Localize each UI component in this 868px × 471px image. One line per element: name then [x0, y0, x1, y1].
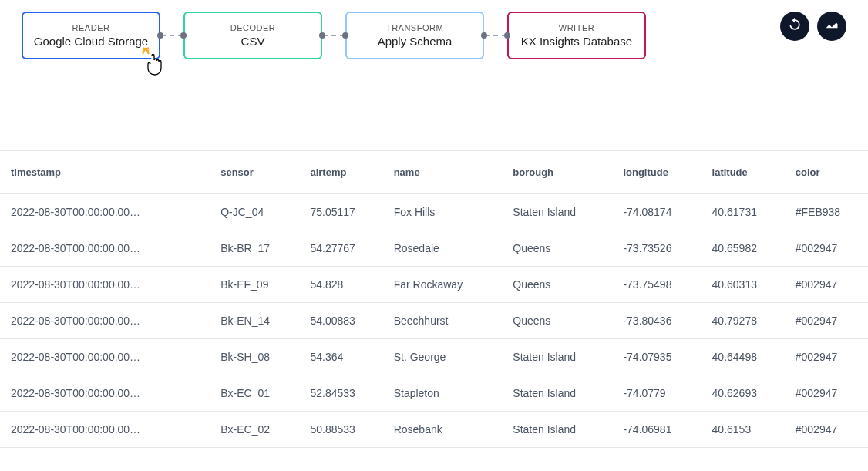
- data-table-container: timestampsensorairtempnameboroughlongitu…: [0, 150, 868, 448]
- cell-name: Rosebank: [383, 412, 503, 448]
- cell-timestamp: 2022-08-30T00:00:00.00…: [0, 230, 210, 267]
- cell-borough: Staten Island: [502, 412, 612, 448]
- cell-sensor: Q-JC_04: [210, 194, 299, 230]
- cell-name: St. George: [383, 339, 503, 375]
- col-borough[interactable]: borough: [502, 151, 612, 194]
- pipeline-node-writer[interactable]: WRITERKX Insights Database: [507, 12, 646, 59]
- node-title: Google Cloud Storage: [34, 35, 148, 48]
- table-row[interactable]: 2022-08-30T00:00:00.00…Bk-BR_1754.27767R…: [0, 230, 868, 267]
- cell-color: #FEB938: [785, 194, 868, 230]
- cell-longitude: -73.75498: [612, 267, 701, 303]
- node-type-label: READER: [72, 23, 110, 32]
- cell-latitude: 40.60313: [701, 267, 785, 303]
- cell-timestamp: 2022-08-30T00:00:00.00…: [0, 412, 210, 448]
- cell-sensor: Bx-EC_02: [210, 412, 299, 448]
- cursor-hand-icon: [141, 46, 167, 80]
- cell-longitude: -73.80436: [612, 303, 701, 339]
- cell-airtemp: 54.364: [299, 339, 382, 375]
- cell-borough: Staten Island: [502, 194, 612, 230]
- cell-name: Far Rockaway: [383, 267, 503, 303]
- col-longitude[interactable]: longitude: [612, 151, 701, 194]
- cell-borough: Queens: [502, 230, 612, 267]
- cell-name: Beechhurst: [383, 303, 503, 339]
- cell-borough: Staten Island: [502, 339, 612, 375]
- cell-color: #002947: [785, 375, 868, 412]
- cell-airtemp: 54.00883: [299, 303, 382, 339]
- cell-color: #002947: [785, 339, 868, 375]
- refresh-button[interactable]: [780, 12, 809, 41]
- table-row[interactable]: 2022-08-30T00:00:00.00…Bk-EN_1454.00883B…: [0, 303, 868, 339]
- node-type-label: DECODER: [230, 23, 276, 32]
- pipeline-node-transform[interactable]: TRANSFORMApply Schema: [345, 12, 484, 59]
- chart-button[interactable]: [817, 12, 846, 41]
- cell-latitude: 40.61731: [701, 194, 785, 230]
- col-color[interactable]: color: [785, 151, 868, 194]
- cell-timestamp: 2022-08-30T00:00:00.00…: [0, 339, 210, 375]
- cell-timestamp: 2022-08-30T00:00:00.00…: [0, 375, 210, 412]
- cell-longitude: -73.73526: [612, 230, 701, 267]
- cell-color: #002947: [785, 303, 868, 339]
- node-type-label: TRANSFORM: [386, 23, 443, 32]
- cell-longitude: -74.0779: [612, 375, 701, 412]
- col-airtemp[interactable]: airtemp: [299, 151, 382, 194]
- cell-color: #002947: [785, 412, 868, 448]
- cell-latitude: 40.6153: [701, 412, 785, 448]
- cell-name: Fox Hills: [383, 194, 503, 230]
- cell-timestamp: 2022-08-30T00:00:00.00…: [0, 267, 210, 303]
- table-row[interactable]: 2022-08-30T00:00:00.00…Bk-SH_0854.364St.…: [0, 339, 868, 375]
- cell-latitude: 40.64498: [701, 339, 785, 375]
- action-buttons: [780, 12, 846, 41]
- col-name[interactable]: name: [383, 151, 503, 194]
- cell-color: #002947: [785, 267, 868, 303]
- cell-longitude: -74.06981: [612, 412, 701, 448]
- trend-icon: [824, 17, 839, 35]
- cell-color: #002947: [785, 230, 868, 267]
- cell-airtemp: 52.84533: [299, 375, 382, 412]
- table-row[interactable]: 2022-08-30T00:00:00.00…Q-JC_0475.05117Fo…: [0, 194, 868, 230]
- cell-sensor: Bk-EN_14: [210, 303, 299, 339]
- col-sensor[interactable]: sensor: [210, 151, 299, 194]
- cell-longitude: -74.07935: [612, 339, 701, 375]
- table-row[interactable]: 2022-08-30T00:00:00.00…Bx-EC_0152.84533S…: [0, 375, 868, 412]
- cell-sensor: Bx-EC_01: [210, 375, 299, 412]
- pipeline-node-decoder[interactable]: DECODERCSV: [183, 12, 322, 59]
- pipeline-node-reader[interactable]: READERGoogle Cloud Storage: [22, 12, 160, 59]
- col-latitude[interactable]: latitude: [701, 151, 785, 194]
- node-type-label: WRITER: [559, 23, 594, 32]
- cell-timestamp: 2022-08-30T00:00:00.00…: [0, 303, 210, 339]
- pipeline-bar: READERGoogle Cloud StorageDECODERCSVTRAN…: [0, 0, 868, 89]
- cell-airtemp: 75.05117: [299, 194, 382, 230]
- cell-name: Stapleton: [383, 375, 503, 412]
- cell-airtemp: 54.828: [299, 267, 382, 303]
- col-timestamp[interactable]: timestamp: [0, 151, 210, 194]
- table-body: 2022-08-30T00:00:00.00…Q-JC_0475.05117Fo…: [0, 194, 868, 448]
- node-title: Apply Schema: [378, 35, 453, 48]
- table-row[interactable]: 2022-08-30T00:00:00.00…Bx-EC_0250.88533R…: [0, 412, 868, 448]
- cell-longitude: -74.08174: [612, 194, 701, 230]
- cell-borough: Queens: [502, 267, 612, 303]
- cell-latitude: 40.79278: [701, 303, 785, 339]
- refresh-icon: [787, 17, 802, 35]
- data-table: timestampsensorairtempnameboroughlongitu…: [0, 151, 868, 448]
- cell-borough: Staten Island: [502, 375, 612, 412]
- cell-sensor: Bk-SH_08: [210, 339, 299, 375]
- cell-borough: Queens: [502, 303, 612, 339]
- cell-timestamp: 2022-08-30T00:00:00.00…: [0, 194, 210, 230]
- node-title: KX Insights Database: [521, 35, 632, 48]
- cell-latitude: 40.65982: [701, 230, 785, 267]
- cell-airtemp: 54.27767: [299, 230, 382, 267]
- cell-sensor: Bk-EF_09: [210, 267, 299, 303]
- table-row[interactable]: 2022-08-30T00:00:00.00…Bk-EF_0954.828Far…: [0, 267, 868, 303]
- cell-latitude: 40.62693: [701, 375, 785, 412]
- node-title: CSV: [241, 35, 265, 48]
- cell-name: Rosedale: [383, 230, 503, 267]
- cell-airtemp: 50.88533: [299, 412, 382, 448]
- table-header-row: timestampsensorairtempnameboroughlongitu…: [0, 151, 868, 194]
- cell-sensor: Bk-BR_17: [210, 230, 299, 267]
